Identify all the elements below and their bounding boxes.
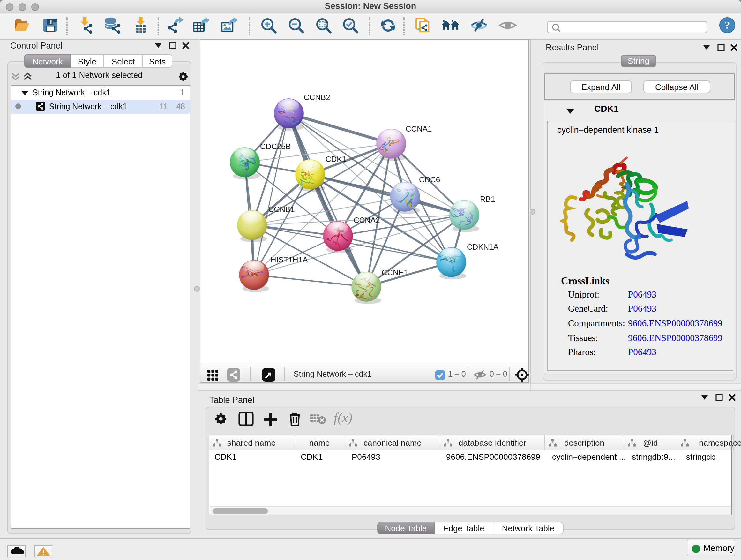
svg-text:CDK1: CDK1: [326, 155, 346, 164]
svg-text:CDC25B: CDC25B: [260, 142, 291, 151]
svg-text:HIST1H1A: HIST1H1A: [271, 255, 308, 264]
svg-text:RB1: RB1: [480, 195, 495, 203]
svg-text:CDC6: CDC6: [419, 175, 440, 184]
svg-text:CCNB2: CCNB2: [304, 93, 330, 102]
svg-text:CCNB1: CCNB1: [268, 205, 295, 213]
svg-text:CCNA1: CCNA1: [406, 125, 432, 133]
svg-text:CCNE1: CCNE1: [382, 268, 408, 277]
svg-text:CCNA2: CCNA2: [354, 216, 380, 225]
svg-text:CDKN1A: CDKN1A: [467, 243, 499, 251]
svg-text:?: ?: [725, 19, 730, 31]
